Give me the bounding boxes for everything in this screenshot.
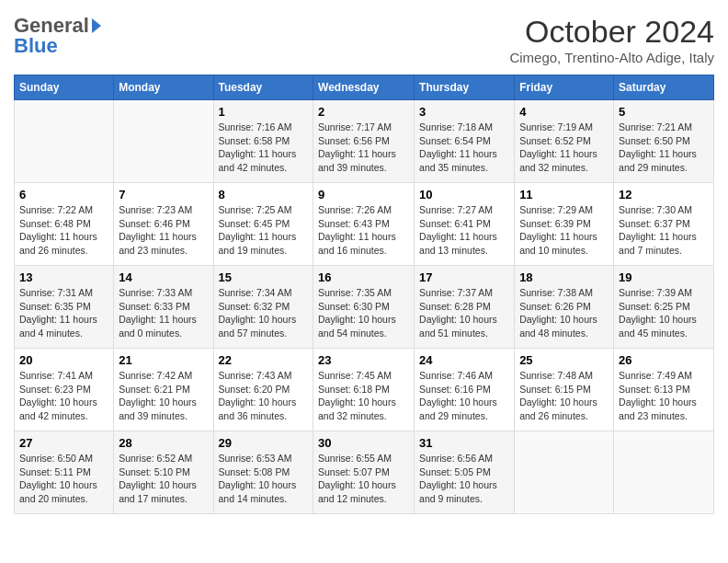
calendar-cell [614,431,714,514]
day-info: Sunrise: 7:26 AM Sunset: 6:43 PM Dayligh… [318,203,409,258]
day-number: 1 [219,105,309,119]
day-number: 6 [19,188,108,201]
calendar-cell: 11Sunrise: 7:29 AM Sunset: 6:39 PM Dayli… [515,183,614,266]
day-number: 2 [318,105,409,119]
day-number: 30 [318,436,409,450]
day-number: 7 [119,188,208,201]
day-number: 17 [419,270,509,284]
day-number: 4 [519,105,609,119]
calendar-cell: 13Sunrise: 7:31 AM Sunset: 6:35 PM Dayli… [15,266,114,349]
day-info: Sunrise: 7:33 AM Sunset: 6:33 PM Dayligh… [119,286,208,340]
day-number: 3 [419,105,509,119]
day-info: Sunrise: 7:23 AM Sunset: 6:46 PM Dayligh… [119,203,208,258]
calendar-cell: 31Sunrise: 6:56 AM Sunset: 5:05 PM Dayli… [415,431,515,514]
day-info: Sunrise: 7:22 AM Sunset: 6:48 PM Dayligh… [19,203,108,258]
calendar-cell [15,100,114,183]
week-row-5: 27Sunrise: 6:50 AM Sunset: 5:11 PM Dayli… [15,431,714,514]
calendar-cell: 28Sunrise: 6:52 AM Sunset: 5:10 PM Dayli… [114,431,213,514]
calendar-cell: 3Sunrise: 7:18 AM Sunset: 6:54 PM Daylig… [415,100,515,183]
header-friday: Friday [515,75,614,100]
header-wednesday: Wednesday [313,75,415,100]
calendar-cell: 22Sunrise: 7:43 AM Sunset: 6:20 PM Dayli… [213,349,313,431]
day-number: 8 [219,188,309,201]
calendar-cell: 29Sunrise: 6:53 AM Sunset: 5:08 PM Dayli… [213,431,313,514]
calendar-cell: 21Sunrise: 7:42 AM Sunset: 6:21 PM Dayli… [114,349,213,431]
calendar-cell: 24Sunrise: 7:46 AM Sunset: 6:16 PM Dayli… [415,349,515,431]
calendar-cell: 2Sunrise: 7:17 AM Sunset: 6:56 PM Daylig… [313,100,415,183]
day-number: 20 [19,353,108,367]
day-number: 5 [619,105,709,119]
day-info: Sunrise: 7:34 AM Sunset: 6:32 PM Dayligh… [219,286,309,340]
day-info: Sunrise: 7:46 AM Sunset: 6:16 PM Dayligh… [419,369,509,423]
day-info: Sunrise: 7:27 AM Sunset: 6:41 PM Dayligh… [419,203,509,258]
week-row-4: 20Sunrise: 7:41 AM Sunset: 6:23 PM Dayli… [15,349,714,431]
day-info: Sunrise: 6:50 AM Sunset: 5:11 PM Dayligh… [19,452,108,506]
day-number: 26 [619,353,709,367]
calendar-cell: 18Sunrise: 7:38 AM Sunset: 6:26 PM Dayli… [515,266,614,349]
day-info: Sunrise: 7:21 AM Sunset: 6:50 PM Dayligh… [619,121,709,175]
day-number: 10 [419,188,509,201]
calendar-cell: 1Sunrise: 7:16 AM Sunset: 6:58 PM Daylig… [213,100,313,183]
calendar-cell: 5Sunrise: 7:21 AM Sunset: 6:50 PM Daylig… [614,100,714,183]
day-info: Sunrise: 7:37 AM Sunset: 6:28 PM Dayligh… [419,286,509,340]
day-info: Sunrise: 7:42 AM Sunset: 6:21 PM Dayligh… [119,369,208,423]
calendar-cell: 27Sunrise: 6:50 AM Sunset: 5:11 PM Dayli… [15,431,114,514]
calendar-cell: 10Sunrise: 7:27 AM Sunset: 6:41 PM Dayli… [415,183,515,266]
day-number: 29 [219,436,309,450]
calendar-cell: 7Sunrise: 7:23 AM Sunset: 6:46 PM Daylig… [114,183,213,266]
day-info: Sunrise: 7:25 AM Sunset: 6:45 PM Dayligh… [219,203,309,258]
header-thursday: Thursday [415,75,515,100]
header-tuesday: Tuesday [213,75,313,100]
day-number: 18 [519,270,609,284]
calendar-cell: 4Sunrise: 7:19 AM Sunset: 6:52 PM Daylig… [515,100,614,183]
day-info: Sunrise: 7:31 AM Sunset: 6:35 PM Dayligh… [19,286,108,340]
calendar-cell: 20Sunrise: 7:41 AM Sunset: 6:23 PM Dayli… [15,349,114,431]
day-info: Sunrise: 7:35 AM Sunset: 6:30 PM Dayligh… [318,286,409,340]
day-info: Sunrise: 7:38 AM Sunset: 6:26 PM Dayligh… [519,286,609,340]
calendar-cell: 16Sunrise: 7:35 AM Sunset: 6:30 PM Dayli… [313,266,415,349]
day-number: 19 [619,270,709,284]
day-info: Sunrise: 7:30 AM Sunset: 6:37 PM Dayligh… [619,203,709,258]
day-info: Sunrise: 7:45 AM Sunset: 6:18 PM Dayligh… [318,369,409,423]
day-number: 11 [519,188,609,201]
calendar-cell [114,100,213,183]
week-row-3: 13Sunrise: 7:31 AM Sunset: 6:35 PM Dayli… [15,266,714,349]
calendar-cell: 14Sunrise: 7:33 AM Sunset: 6:33 PM Dayli… [114,266,213,349]
header-monday: Monday [114,75,213,100]
day-number: 9 [318,188,409,201]
calendar-cell: 12Sunrise: 7:30 AM Sunset: 6:37 PM Dayli… [614,183,714,266]
day-number: 27 [19,436,108,450]
calendar-cell: 19Sunrise: 7:39 AM Sunset: 6:25 PM Dayli… [614,266,714,349]
day-number: 23 [318,353,409,367]
day-number: 21 [119,353,208,367]
page-header: General Blue October 2024 Cimego, Trenti… [14,14,714,65]
calendar-cell: 30Sunrise: 6:55 AM Sunset: 5:07 PM Dayli… [313,431,415,514]
day-number: 31 [419,436,509,450]
day-info: Sunrise: 6:53 AM Sunset: 5:08 PM Dayligh… [219,452,309,506]
week-row-2: 6Sunrise: 7:22 AM Sunset: 6:48 PM Daylig… [15,183,714,266]
calendar-cell: 15Sunrise: 7:34 AM Sunset: 6:32 PM Dayli… [213,266,313,349]
calendar-cell: 8Sunrise: 7:25 AM Sunset: 6:45 PM Daylig… [213,183,313,266]
day-number: 16 [318,270,409,284]
day-number: 14 [119,270,208,284]
logo-blue: Blue [14,34,58,58]
calendar-cell: 23Sunrise: 7:45 AM Sunset: 6:18 PM Dayli… [313,349,415,431]
logo-arrow-icon [92,18,101,33]
logo: General Blue [14,14,101,58]
day-info: Sunrise: 7:43 AM Sunset: 6:20 PM Dayligh… [219,369,309,423]
day-info: Sunrise: 6:56 AM Sunset: 5:05 PM Dayligh… [419,452,509,506]
day-number: 15 [219,270,309,284]
day-number: 22 [219,353,309,367]
day-info: Sunrise: 6:52 AM Sunset: 5:10 PM Dayligh… [119,452,208,506]
calendar-cell: 17Sunrise: 7:37 AM Sunset: 6:28 PM Dayli… [415,266,515,349]
header-sunday: Sunday [15,75,114,100]
header-row: SundayMondayTuesdayWednesdayThursdayFrid… [15,75,714,100]
day-info: Sunrise: 7:18 AM Sunset: 6:54 PM Dayligh… [419,121,509,175]
day-number: 24 [419,353,509,367]
calendar-cell: 6Sunrise: 7:22 AM Sunset: 6:48 PM Daylig… [15,183,114,266]
calendar-cell: 9Sunrise: 7:26 AM Sunset: 6:43 PM Daylig… [313,183,415,266]
day-number: 28 [119,436,208,450]
day-number: 13 [19,270,108,284]
day-info: Sunrise: 7:16 AM Sunset: 6:58 PM Dayligh… [219,121,309,175]
day-number: 12 [619,188,709,201]
